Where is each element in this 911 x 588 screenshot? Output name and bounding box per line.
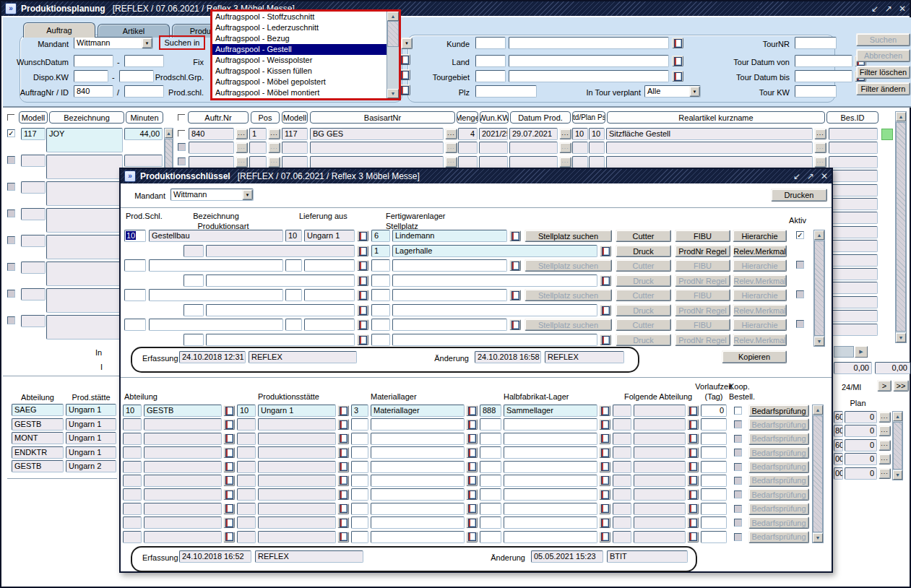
suchen-in-combo-arrow-icon[interactable]: ▼	[401, 38, 413, 49]
kunde-nr-field[interactable]	[475, 37, 506, 49]
datum-lookup-button[interactable]: ...	[559, 157, 571, 168]
besid-cell[interactable]	[829, 282, 878, 294]
auftrnr-lookup-button[interactable]: ...	[236, 157, 248, 168]
materiallager-nr-cell[interactable]: 3	[351, 405, 368, 417]
folgende-nr-cell[interactable]	[613, 418, 631, 431]
prodstaette-lookup-icon[interactable]	[337, 532, 349, 542]
abteilung-nr-cell[interactable]	[123, 418, 142, 431]
halbfabrikat-lookup-icon[interactable]	[599, 405, 610, 416]
stellplatz2-name-cell[interactable]	[392, 334, 597, 346]
abteilung-name-cell[interactable]: GESTB	[144, 405, 222, 417]
folgende-name-cell[interactable]	[634, 405, 686, 417]
besid-cell[interactable]	[829, 212, 878, 224]
wunschdatum-von-field[interactable]	[74, 55, 113, 67]
prodstaette-lookup-icon[interactable]	[337, 517, 349, 528]
prodstaette-lookup-icon[interactable]	[337, 475, 349, 486]
abteilung-cell[interactable]: SAEG	[12, 404, 64, 416]
besid-cell[interactable]	[829, 198, 878, 210]
scroll-up-icon[interactable]: ▲	[893, 412, 902, 421]
produktionsart-nr-cell[interactable]	[184, 304, 204, 316]
minimize-icon[interactable]: ↙	[793, 171, 800, 181]
prodschl-cell[interactable]	[124, 289, 146, 301]
plan-cell[interactable]: 0	[845, 453, 877, 465]
bedarfspruefung-button[interactable]: Bedarfsprüfung	[748, 488, 809, 501]
stellplatz2-lookup-icon[interactable]	[600, 334, 611, 345]
close-icon[interactable]: ✕	[899, 4, 906, 14]
prodstaette-lookup-icon[interactable]	[337, 503, 349, 514]
folgende-nr-cell[interactable]	[613, 461, 631, 473]
stellplatz-suchen-button[interactable]: Stellplatz suchen	[524, 230, 612, 242]
fibu-button[interactable]: FIBU	[675, 259, 730, 272]
aenderung-datum-field[interactable]: 24.10.2018 16:58	[475, 351, 541, 363]
tournr-field[interactable]	[795, 37, 837, 49]
dropdown-scrollbar[interactable]: ▲ ▼	[387, 12, 399, 98]
prodstaette-nr-cell[interactable]	[237, 446, 256, 459]
folgende-name-cell[interactable]	[634, 461, 686, 473]
fibu-button[interactable]: FIBU	[675, 289, 730, 301]
mandant-select[interactable]: Wittmann	[170, 189, 254, 201]
materiallager-lookup-icon[interactable]	[466, 462, 478, 472]
last-button[interactable]: >>	[893, 380, 909, 392]
erfassung-user-field[interactable]: REFLEX	[249, 351, 357, 363]
materiallager-name-cell[interactable]	[371, 446, 465, 459]
basisartnr-lookup-button[interactable]: ...	[445, 142, 457, 153]
cutter-button[interactable]: Cutter	[616, 319, 671, 331]
bezeichnung-cell[interactable]	[149, 259, 283, 272]
stellplatz2-lookup-icon[interactable]	[600, 275, 611, 286]
prodstaette-lookup-icon[interactable]	[337, 462, 349, 472]
lieferung-lookup-icon[interactable]	[357, 230, 368, 241]
bezeichnung-cell[interactable]	[149, 289, 283, 301]
prodstaette-nr-cell[interactable]	[237, 418, 256, 431]
bedarfspruefung-button[interactable]: Bedarfsprüfung	[748, 516, 809, 529]
abteilung-lookup-icon[interactable]	[223, 475, 235, 486]
land-nr-field[interactable]	[475, 55, 506, 67]
abteilung-nr-cell[interactable]: 10	[123, 405, 142, 417]
abteilung-nr-cell[interactable]	[123, 461, 142, 473]
halbfabrikat-name-cell[interactable]	[504, 475, 597, 487]
plan-cell[interactable]: 10	[589, 128, 605, 140]
abteilung-nr-cell[interactable]	[123, 503, 142, 515]
auftrnr-lookup-button[interactable]: ...	[236, 129, 248, 139]
materiallager-name-cell[interactable]	[371, 475, 465, 487]
vorlaufzeit-cell[interactable]	[701, 475, 727, 487]
aktiv-checkbox[interactable]: ✓	[796, 231, 804, 239]
folgende-nr-cell[interactable]	[613, 405, 631, 417]
dept-detail-scrollbar[interactable]: ▲ ▼	[812, 405, 824, 543]
abteilung-cell[interactable]: MONT	[12, 432, 64, 444]
prodstaette-lookup-icon[interactable]	[337, 405, 349, 416]
stellplatz-nr-cell[interactable]: 6	[371, 230, 390, 242]
stellplatz-lookup-icon[interactable]	[509, 319, 521, 330]
abteilung-nr-cell[interactable]	[123, 475, 142, 487]
scroll-down-icon[interactable]: ▼	[813, 533, 823, 542]
plan-lookup-button[interactable]: ...	[878, 468, 891, 479]
stellplatz2-name-cell[interactable]	[392, 274, 597, 287]
plan-cell[interactable]: 0	[845, 411, 877, 423]
abteilung-name-cell[interactable]	[144, 446, 222, 459]
tab-auftrag[interactable]: Auftrag	[23, 22, 95, 38]
hierarchie-button[interactable]: Hierarchie	[733, 259, 787, 272]
folgende-lookup-icon[interactable]	[687, 462, 699, 472]
plan-cell[interactable]	[589, 156, 605, 168]
scroll-up-icon[interactable]: ▲	[896, 112, 906, 121]
aktiv-checkbox[interactable]	[796, 290, 804, 298]
folgende-lookup-icon[interactable]	[687, 475, 699, 486]
materiallager-nr-cell[interactable]	[351, 503, 368, 515]
vorlaufzeit-cell[interactable]	[701, 433, 727, 445]
prodstaette-name-cell[interactable]	[258, 475, 336, 487]
folgende-lookup-icon[interactable]	[687, 447, 699, 458]
halbfabrikat-nr-cell[interactable]	[480, 418, 501, 431]
bedarfspruefung-button[interactable]: Bedarfsprüfung	[748, 475, 809, 487]
relev-merkmal-button[interactable]: Relev.Merkmal	[733, 274, 787, 287]
abteilung-cell[interactable]: GESTB	[12, 418, 64, 431]
besid-cell[interactable]	[829, 324, 878, 336]
materiallager-lookup-icon[interactable]	[466, 475, 478, 486]
halbfabrikat-nr-cell[interactable]	[480, 461, 501, 473]
bezeichnung-cell[interactable]	[46, 315, 123, 340]
menge-cell[interactable]	[458, 156, 478, 168]
folgende-lookup-icon[interactable]	[687, 503, 699, 514]
folgende-name-cell[interactable]	[634, 446, 686, 459]
materiallager-name-cell[interactable]: Materiallager	[371, 405, 465, 417]
plan-lookup-button[interactable]: ...	[878, 440, 891, 451]
cutter-button[interactable]: Cutter	[616, 259, 671, 272]
land-lookup-icon[interactable]	[672, 56, 683, 66]
